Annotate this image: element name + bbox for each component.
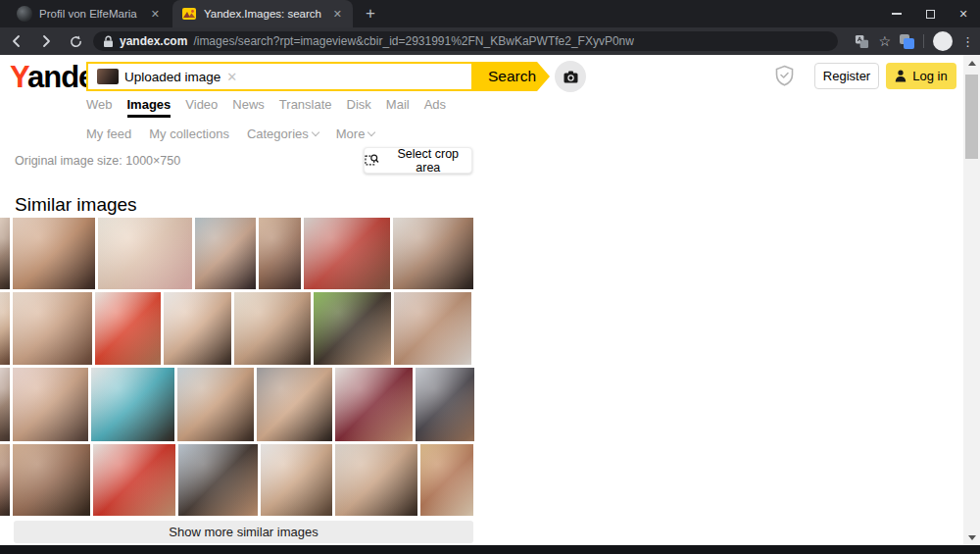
search-box[interactable]: Uploaded image ✕ [86,62,473,91]
profile-favicon [17,6,32,22]
similar-image-thumbnail[interactable] [91,368,174,441]
similar-image-thumbnail[interactable] [177,368,254,441]
logo-letter-y: Y [10,60,27,94]
back-button[interactable] [4,29,29,53]
profile-avatar[interactable] [933,31,953,51]
search-button[interactable]: Search [473,62,550,91]
login-button[interactable]: Log in [886,63,956,89]
protect-shield-icon[interactable] [774,65,795,86]
scrollbar-down-arrow[interactable] [963,529,980,545]
nav-item-disk[interactable]: Disk [347,97,371,118]
crop-magnifier-icon [365,153,379,168]
reload-button[interactable] [63,29,88,53]
select-crop-label: Select crop area [385,147,471,175]
browser-tab-yandex-images[interactable]: Yandex.Images: search for image ✕ [172,0,353,27]
window-restore-button[interactable] [913,0,947,27]
user-icon [895,70,906,82]
similar-image-thumbnail-partial[interactable] [0,444,10,516]
nav-item-images[interactable]: Images [127,97,172,118]
subnav-more[interactable]: More [336,126,375,141]
window-close-button[interactable]: ✕ [947,0,980,27]
chip-close-icon[interactable]: ✕ [226,70,237,84]
triangle-up-icon [968,61,976,66]
browser-tab-profil[interactable]: Profil von ElfeMaria ✕ [8,0,171,27]
url-path: /images/search?rpt=imageview&cbir_id=293… [193,34,634,48]
similar-image-thumbnail[interactable] [164,292,231,365]
forward-button[interactable] [33,29,59,53]
similar-image-thumbnail[interactable] [393,218,473,289]
translate-extension-front [904,38,914,49]
similar-image-thumbnail[interactable] [178,444,258,516]
toolbar-divider [923,34,924,48]
similar-image-thumbnail[interactable] [394,292,471,365]
similar-image-thumbnail[interactable] [13,292,92,365]
similar-images-grid [0,218,483,516]
translate-extension-icon[interactable] [900,34,914,49]
similar-image-thumbnail[interactable] [261,444,332,516]
tab-title: Yandex.Images: search for image [204,8,324,20]
url-domain: yandex.com [120,34,187,48]
similar-image-thumbnail[interactable] [257,368,332,441]
nav-item-translate[interactable]: Translate [279,97,332,118]
similar-image-thumbnail[interactable] [13,444,90,516]
similar-image-thumbnail[interactable] [420,444,473,516]
subnav-label: More [336,126,366,141]
subnav-label: Categories [247,126,309,141]
scrollbar-up-arrow[interactable] [963,55,980,71]
uploaded-image-chip[interactable]: Uploaded image ✕ [93,67,241,86]
new-tab-button[interactable]: + [361,4,380,24]
tab-close-icon[interactable]: ✕ [331,8,344,21]
translate-page-icon[interactable] [855,34,869,49]
subnav-label: My collections [149,126,229,141]
similar-image-thumbnail[interactable] [195,218,256,289]
similar-image-thumbnail[interactable] [259,218,301,289]
similar-image-thumbnail[interactable] [304,218,390,289]
similar-images-row [0,218,483,289]
page-scrollbar[interactable] [963,55,980,545]
uploaded-image-chip-label: Uploaded image [124,70,220,84]
similar-image-thumbnail[interactable] [13,218,95,289]
original-image-size-label: Original image size: 1000×750 [15,154,180,168]
search-input[interactable] [241,65,471,88]
subnav-my-collections[interactable]: My collections [149,126,229,141]
similar-image-thumbnail-partial[interactable] [0,292,10,365]
similar-image-thumbnail[interactable] [13,368,88,441]
triangle-down-icon [968,535,976,540]
similar-image-thumbnail[interactable] [98,218,192,289]
similar-image-thumbnail[interactable] [416,368,474,441]
similar-image-thumbnail[interactable] [314,292,391,365]
subnav-categories[interactable]: Categories [247,126,318,141]
window-minimize-button[interactable] [880,0,913,27]
url-bar[interactable]: yandex.com /images/search?rpt=imageview&… [93,31,838,51]
select-crop-area-button[interactable]: Select crop area [364,147,472,174]
camera-icon [563,69,579,85]
similar-image-thumbnail[interactable] [95,292,161,365]
similar-image-thumbnail-partial[interactable] [0,368,10,441]
similar-image-thumbnail[interactable] [335,444,417,516]
similar-image-thumbnail[interactable] [335,368,413,441]
nav-item-video[interactable]: Video [185,97,218,118]
bookmark-star-icon[interactable]: ☆ [878,33,891,49]
minimize-icon [892,13,902,15]
nav-item-ads[interactable]: Ads [424,97,446,118]
nav-item-news[interactable]: News [232,97,265,118]
nav-item-web[interactable]: Web [86,97,113,118]
similar-images-row [0,444,483,516]
lock-icon [103,35,114,48]
search-bar: Uploaded image ✕ Search [86,62,550,91]
subnav-my-feed[interactable]: My feed [86,126,131,141]
image-search-camera-button[interactable] [555,61,586,92]
chevron-down-icon [312,128,319,136]
tab-close-icon[interactable]: ✕ [149,8,162,21]
similar-image-thumbnail[interactable] [234,292,311,365]
similar-image-thumbnail[interactable] [93,444,175,516]
browser-toolbar: yandex.com /images/search?rpt=imageview&… [0,27,980,55]
bottom-taskbar-strip [0,545,980,554]
browser-menu-icon[interactable]: ⋮ [961,34,974,49]
show-more-button[interactable]: Show more similar images [14,521,473,543]
scrollbar-thumb[interactable] [965,75,978,159]
register-button[interactable]: Register [814,63,879,89]
nav-item-mail[interactable]: Mail [386,97,410,118]
similar-image-thumbnail-partial[interactable] [0,218,10,289]
similar-images-heading: Similar images [15,194,137,216]
